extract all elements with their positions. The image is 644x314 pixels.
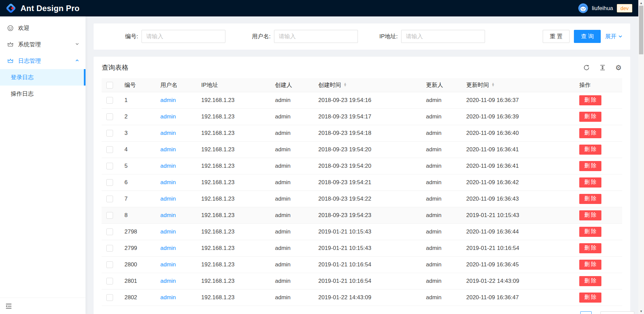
- cell-updated: 2020-11-09 16:36:44: [460, 223, 573, 240]
- column-header-created-time[interactable]: 创建时间 ▲▼: [312, 78, 419, 92]
- table-row[interactable]: 2799 admin 192.168.1.23 admin 2019-01-21…: [102, 240, 622, 256]
- id-input[interactable]: [142, 30, 225, 43]
- row-delete-button[interactable]: 删除: [579, 95, 601, 105]
- cell-created: 2019-01-21 10:16:54: [312, 273, 419, 289]
- table-row[interactable]: 6 admin 192.168.1.23 admin 2018-09-23 19…: [102, 174, 622, 191]
- cell-username[interactable]: admin: [160, 113, 176, 120]
- row-checkbox[interactable]: [106, 179, 113, 186]
- row-delete-button[interactable]: 删除: [579, 194, 601, 204]
- row-checkbox[interactable]: [106, 212, 113, 219]
- query-table: 编号 用户名 IP地址 创建人 创建时间 ▲▼ 更新人 更新时间: [102, 78, 622, 306]
- table-row[interactable]: 2 admin 192.168.1.23 admin 2018-09-23 19…: [102, 108, 622, 125]
- cell-updater: admin: [419, 92, 460, 108]
- table-body: 1 admin 192.168.1.23 admin 2018-09-23 19…: [102, 92, 622, 306]
- scrollbar-down-arrow-icon[interactable]: ▼: [638, 308, 644, 314]
- cell-username[interactable]: admin: [160, 245, 176, 251]
- table-row[interactable]: 2800 admin 192.168.1.23 admin 2019-01-21…: [102, 256, 622, 273]
- column-height-icon[interactable]: [599, 64, 606, 71]
- table-row[interactable]: 5 admin 192.168.1.23 admin 2018-09-23 19…: [102, 158, 622, 174]
- sorter-icon[interactable]: ▲▼: [491, 83, 495, 87]
- row-delete-button[interactable]: 删除: [579, 260, 601, 270]
- row-checkbox[interactable]: [106, 146, 113, 153]
- row-delete-button[interactable]: 删除: [579, 112, 601, 122]
- cell-username[interactable]: admin: [160, 278, 176, 284]
- row-checkbox[interactable]: [106, 228, 113, 235]
- row-delete-button[interactable]: 删除: [579, 177, 601, 188]
- ip-input[interactable]: [401, 30, 485, 43]
- row-checkbox[interactable]: [106, 196, 113, 202]
- cell-id: 2: [118, 108, 154, 125]
- row-delete-button[interactable]: 删除: [579, 227, 601, 237]
- cell-username[interactable]: admin: [160, 146, 176, 153]
- cell-username[interactable]: admin: [160, 261, 176, 268]
- sidebar-item-welcome[interactable]: 欢迎: [0, 20, 86, 36]
- scrollbar-up-arrow-icon[interactable]: ▲: [638, 0, 644, 6]
- cell-username[interactable]: admin: [160, 212, 176, 218]
- row-delete-button[interactable]: 删除: [579, 210, 601, 220]
- cell-username[interactable]: admin: [160, 196, 176, 202]
- cell-id: 3: [118, 125, 154, 141]
- scrollbar-thumb[interactable]: [639, 6, 643, 54]
- pagination-page-size-select[interactable]: [600, 311, 634, 314]
- reload-icon[interactable]: [583, 64, 590, 71]
- cell-username[interactable]: admin: [160, 294, 176, 301]
- table-row[interactable]: 4 admin 192.168.1.23 admin 2018-09-23 19…: [102, 141, 622, 158]
- cell-username[interactable]: admin: [160, 179, 176, 186]
- row-delete-button[interactable]: 删除: [579, 128, 601, 138]
- page-scrollbar[interactable]: ▲ ▼: [638, 0, 644, 314]
- sorter-icon[interactable]: ▲▼: [343, 83, 347, 87]
- username-label[interactable]: liufeihua: [592, 5, 613, 12]
- query-button[interactable]: 查询: [574, 30, 601, 43]
- row-checkbox[interactable]: [106, 130, 113, 137]
- table-row[interactable]: 2802 admin 192.168.1.23 admin 2019-01-22…: [102, 289, 622, 306]
- sidebar: 欢迎 系统管理 日志管理: [0, 16, 86, 314]
- settings-gear-icon[interactable]: ⚙: [615, 64, 622, 71]
- row-delete-button[interactable]: 删除: [579, 276, 601, 286]
- cell-id: 8: [118, 207, 154, 223]
- expand-link-label: 展开: [605, 33, 616, 40]
- cell-id: 2802: [118, 289, 154, 306]
- sidebar-collapse-trigger[interactable]: [0, 298, 86, 314]
- row-delete-button[interactable]: 删除: [579, 243, 601, 253]
- user-avatar[interactable]: [578, 3, 588, 13]
- sidebar-item-login-log[interactable]: 登录日志: [0, 69, 86, 86]
- app-title: Ant Design Pro: [20, 4, 79, 13]
- cell-ip: 192.168.1.23: [195, 207, 268, 223]
- sidebar-item-system-management[interactable]: 系统管理: [0, 36, 86, 53]
- table-row[interactable]: 7 admin 192.168.1.23 admin 2018-09-23 19…: [102, 191, 622, 207]
- cell-username[interactable]: admin: [160, 163, 176, 169]
- row-checkbox[interactable]: [106, 97, 113, 104]
- expand-link[interactable]: 展开: [605, 33, 623, 40]
- row-checkbox[interactable]: [106, 278, 113, 284]
- reset-button[interactable]: 重置: [543, 30, 570, 43]
- cell-ip: 192.168.1.23: [195, 223, 268, 240]
- cell-updated: 2019-01-21 10:16:54: [460, 240, 573, 256]
- select-all-checkbox[interactable]: [106, 82, 113, 89]
- row-checkbox[interactable]: [106, 163, 113, 169]
- table-row[interactable]: 2801 admin 192.168.1.23 admin 2019-01-21…: [102, 273, 622, 289]
- column-header-updated-time[interactable]: 更新时间 ▲▼: [460, 78, 573, 92]
- crown-icon: [7, 58, 14, 64]
- cell-updated: 2020-11-09 16:36:41: [460, 158, 573, 174]
- sidebar-item-operation-log[interactable]: 操作日志: [0, 86, 86, 102]
- row-checkbox[interactable]: [106, 294, 113, 301]
- row-checkbox[interactable]: [106, 113, 113, 120]
- logo-area[interactable]: Ant Design Pro: [6, 3, 79, 13]
- pagination-active-page[interactable]: [580, 311, 592, 314]
- cell-username[interactable]: admin: [160, 130, 176, 136]
- row-delete-button[interactable]: 删除: [579, 293, 601, 303]
- row-checkbox[interactable]: [106, 245, 113, 252]
- cell-updater: admin: [419, 141, 460, 158]
- cell-created: 2019-01-21 10:16:54: [312, 256, 419, 273]
- row-delete-button[interactable]: 删除: [579, 145, 601, 155]
- table-row[interactable]: 2798 admin 192.168.1.23 admin 2019-01-21…: [102, 223, 622, 240]
- sidebar-item-log-management[interactable]: 日志管理: [0, 53, 86, 69]
- row-delete-button[interactable]: 删除: [579, 161, 601, 171]
- username-input[interactable]: [274, 30, 358, 43]
- cell-username[interactable]: admin: [160, 97, 176, 103]
- row-checkbox[interactable]: [106, 261, 113, 268]
- table-row[interactable]: 3 admin 192.168.1.23 admin 2018-09-23 19…: [102, 125, 622, 141]
- cell-username[interactable]: admin: [160, 228, 176, 235]
- table-row[interactable]: 8 admin 192.168.1.23 admin 2018-09-23 19…: [102, 207, 622, 223]
- table-row[interactable]: 1 admin 192.168.1.23 admin 2018-09-23 19…: [102, 92, 622, 108]
